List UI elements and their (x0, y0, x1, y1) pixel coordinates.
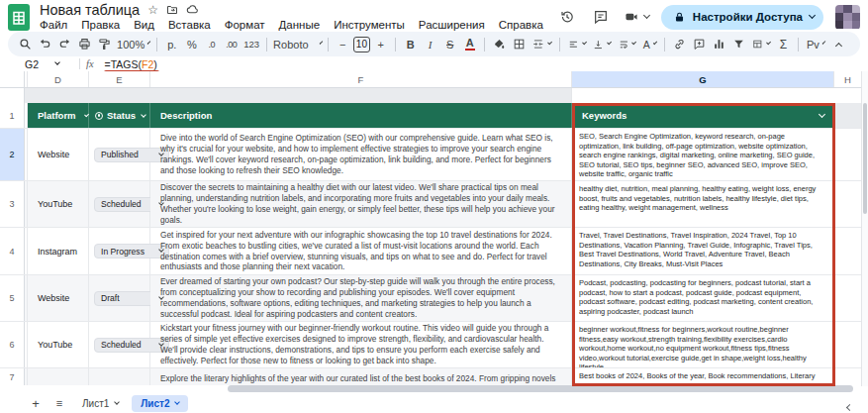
empty-cell[interactable] (834, 275, 861, 321)
undo-icon[interactable] (36, 35, 54, 54)
empty-cell[interactable] (834, 368, 861, 385)
collapse-side-panel-icon[interactable] (847, 396, 852, 413)
search-icon[interactable] (16, 35, 35, 54)
format-currency-button[interactable]: р. (162, 35, 181, 54)
pv-menu-button[interactable]: Pv (804, 35, 827, 54)
borders-icon[interactable] (510, 35, 529, 54)
more-formats-button[interactable]: 123 (241, 35, 261, 54)
format-percent-button[interactable]: % (182, 35, 201, 54)
column-header-f[interactable]: F (150, 71, 572, 87)
header-cell-platform[interactable]: Platform (28, 103, 89, 128)
functions-button[interactable]: Σ (774, 35, 793, 54)
select-all-corner[interactable] (0, 71, 25, 87)
menu-file[interactable]: Файл (33, 18, 74, 32)
bold-button[interactable]: B (401, 35, 420, 54)
formula-input[interactable]: =TAGS(F2) (105, 58, 157, 70)
sheet-tab-1[interactable]: Лист1 (73, 395, 128, 412)
description-cell[interactable]: Discover the secrets to maintaining a he… (150, 181, 572, 227)
column-header-d[interactable]: D (28, 71, 89, 87)
text-wrap-button[interactable] (616, 35, 639, 54)
description-cell[interactable]: Dive into the world of Search Engine Opt… (150, 129, 572, 180)
font-select[interactable]: Roboto (272, 35, 323, 54)
row-number[interactable]: 2 (0, 129, 25, 180)
row-number[interactable]: 6 (0, 322, 25, 367)
empty-cell[interactable] (834, 181, 861, 227)
description-cell[interactable]: Ever dreamed of starting your own podcas… (150, 275, 572, 321)
decrease-font-size-button[interactable]: − (334, 35, 352, 54)
empty-cell[interactable] (834, 228, 861, 274)
merge-cells-button[interactable] (530, 35, 554, 54)
add-sheet-button[interactable]: + (26, 394, 46, 412)
text-rotation-button[interactable]: A (640, 35, 659, 54)
comments-icon[interactable] (590, 6, 612, 28)
header-cell-description[interactable]: Description (150, 103, 572, 128)
increase-decimal-button[interactable]: .00 (222, 35, 241, 54)
header-cell-status[interactable]: Status (89, 103, 150, 128)
sheets-logo[interactable] (8, 2, 32, 32)
cell-name-box[interactable]: G2 (0, 58, 69, 70)
platform-cell[interactable]: YouTube (28, 181, 89, 227)
keywords-cell[interactable]: Podcast, podcasting, podcasting for begi… (572, 275, 834, 321)
platform-cell[interactable]: YouTube (28, 322, 89, 367)
status-cell[interactable]: Published (89, 129, 150, 180)
column-header-g-selected[interactable]: G (572, 71, 834, 87)
paint-format-icon[interactable] (95, 35, 114, 54)
keywords-cell[interactable]: Best books of 2024, Books of the year, B… (572, 368, 834, 385)
platform-cell[interactable]: Website (28, 129, 89, 180)
vertical-align-button[interactable] (590, 35, 614, 54)
platform-cell[interactable]: Website (28, 275, 89, 321)
row-number[interactable]: 4 (0, 228, 25, 274)
empty-cell[interactable] (834, 129, 861, 180)
keywords-cell[interactable]: SEO, Search Engine Optimization, keyword… (572, 129, 834, 180)
italic-button[interactable]: I (421, 35, 439, 54)
chevron-down-icon[interactable] (819, 111, 825, 118)
row-number[interactable]: 3 (0, 181, 25, 227)
insert-comment-icon[interactable] (690, 35, 709, 54)
description-cell[interactable]: Kickstart your fitness journey with our … (150, 322, 572, 367)
print-icon[interactable] (75, 35, 94, 54)
filter-icon[interactable] (729, 35, 748, 54)
keywords-cell[interactable]: beginner workout,fitness for beginners,w… (572, 322, 834, 367)
strikethrough-button[interactable]: S (440, 35, 459, 54)
decrease-decimal-button[interactable]: .0 (202, 35, 221, 54)
sheet-tab-2-active[interactable]: Лист2 (132, 395, 188, 412)
insert-chart-icon[interactable] (710, 35, 728, 54)
fill-color-icon[interactable] (490, 35, 509, 54)
doc-title[interactable]: Новая таблица (40, 2, 140, 18)
menu-view[interactable]: Вид (127, 18, 161, 32)
cloud-status-icon[interactable] (186, 3, 199, 16)
platform-cell[interactable]: Instagram (28, 228, 89, 274)
table-views-button[interactable] (749, 35, 773, 54)
header-cell-keywords[interactable]: Keywords (572, 103, 834, 128)
chevron-down-icon[interactable] (141, 112, 146, 118)
increase-font-size-button[interactable]: + (371, 35, 390, 54)
vertical-scrollbar-thumb[interactable] (863, 103, 867, 214)
menu-extensions[interactable]: Расширения (412, 18, 492, 32)
platform-cell[interactable] (28, 368, 89, 385)
description-cell[interactable]: Explore the literary highlights of the y… (150, 368, 572, 385)
column-header-e[interactable]: E (89, 71, 150, 87)
status-cell[interactable]: In Progress (89, 228, 150, 274)
vertical-scrollbar[interactable] (861, 71, 868, 386)
keywords-cell[interactable]: healthy diet, nutrition, meal planning, … (572, 181, 834, 227)
font-size-input[interactable]: 10 (353, 37, 371, 52)
horizontal-scrollbar[interactable] (0, 385, 861, 393)
all-sheets-menu-icon[interactable]: ≡ (49, 394, 69, 412)
collapse-toolbar-icon[interactable] (829, 35, 848, 54)
menu-edit[interactable]: Правка (74, 18, 127, 32)
text-color-button[interactable]: A (460, 35, 479, 54)
star-icon[interactable]: ☆ (147, 5, 158, 15)
status-cell[interactable] (89, 368, 150, 385)
share-button[interactable]: Настройки Доступа (661, 5, 823, 30)
status-cell[interactable]: Scheduled (89, 322, 150, 367)
menu-format[interactable]: Формат (218, 18, 272, 32)
description-cell[interactable]: Get inspired for your next adventure wit… (150, 228, 572, 274)
keywords-cell[interactable]: Travel, Travel Destinations, Travel Insp… (572, 228, 834, 274)
column-header-h[interactable]: H (834, 71, 861, 87)
insert-link-icon[interactable] (670, 35, 689, 54)
version-history-icon[interactable] (556, 6, 578, 28)
row-number[interactable]: 5 (0, 275, 25, 321)
avatar[interactable] (835, 5, 860, 30)
menu-data[interactable]: Данные (272, 18, 328, 32)
row-number[interactable]: 1 (0, 103, 25, 128)
